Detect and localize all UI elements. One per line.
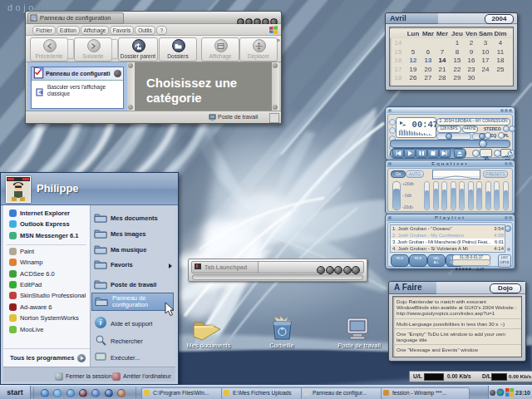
svg-text:-0:47: -0:47 bbox=[475, 268, 485, 272]
